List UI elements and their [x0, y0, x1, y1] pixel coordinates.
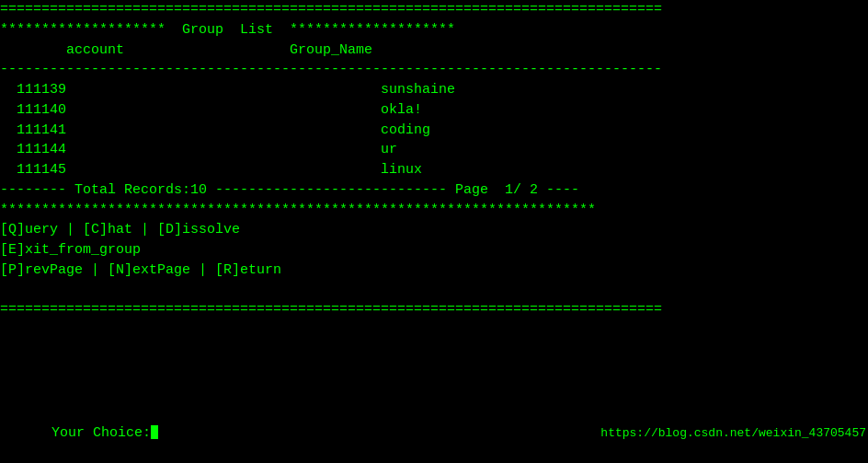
prompt-text: Your Choice:	[51, 425, 151, 441]
total-records-line: -------- Total Records:10 --------------…	[0, 180, 868, 201]
url-text: https://blog.csdn.net/weixin_43705457	[600, 426, 866, 440]
table-row: 111140 okla!	[0, 100, 868, 121]
header-separator: ----------------------------------------…	[0, 60, 868, 80]
blank-line	[0, 281, 868, 301]
data-rows: 111139 sunshaine 111140 okla! 111141 cod…	[0, 80, 868, 180]
footer-stars: ****************************************…	[0, 201, 868, 221]
prompt-line[interactable]: Your Choice:	[2, 403, 158, 463]
table-row: 111141 coding	[0, 121, 868, 141]
terminal-window: ========================================…	[0, 0, 868, 463]
bottom-separator: ========================================…	[0, 300, 868, 320]
table-row: 111139 sunshaine	[0, 80, 868, 100]
table-row: 111144 ur	[0, 140, 868, 160]
column-headers: account Group_Name	[0, 41, 868, 61]
header-title: ******************** Group List ********…	[0, 20, 868, 41]
menu-line3: [P]revPage | [N]extPage | [R]eturn	[0, 260, 868, 281]
menu-line1: [Q]uery | [C]hat | [D]issolve	[0, 220, 868, 240]
cursor	[151, 425, 158, 439]
top-separator: ========================================…	[0, 0, 868, 20]
bottom-bar: Your Choice: https://blog.csdn.net/weixi…	[0, 403, 868, 463]
table-row: 111145 linux	[0, 160, 868, 180]
menu-line2: [E]xit_from_group	[0, 240, 868, 260]
